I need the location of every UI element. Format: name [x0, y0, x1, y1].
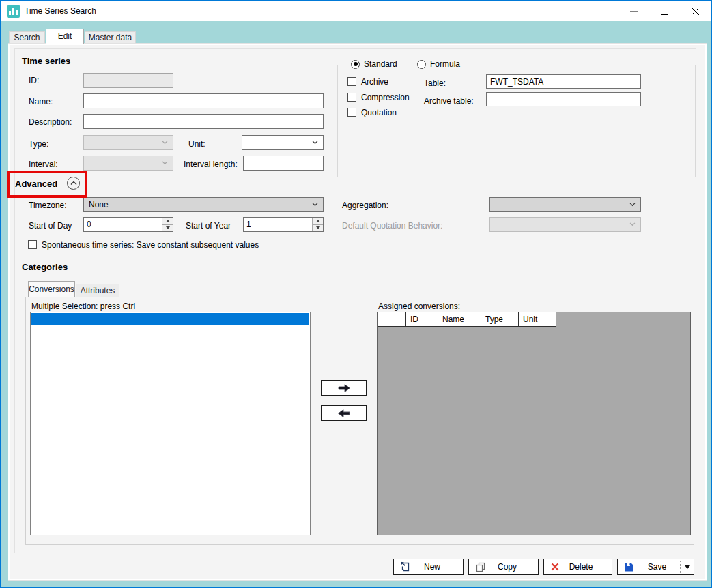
triangle-down-icon [166, 226, 170, 229]
grid-header-selector [378, 312, 406, 327]
app-icon [7, 5, 20, 18]
archive-checkbox[interactable] [347, 77, 356, 86]
spin-up-button[interactable] [313, 218, 323, 224]
copy-button-label: Copy [486, 562, 528, 572]
save-button-label: Save [634, 562, 680, 572]
chevron-down-icon [629, 203, 636, 207]
quotation-label: Quotation [361, 108, 397, 117]
close-button[interactable] [680, 1, 711, 21]
tab-conversions[interactable]: Conversions [28, 281, 75, 297]
delete-button[interactable]: Delete [543, 559, 612, 575]
table-label: Table: [424, 78, 446, 88]
start-of-year-field[interactable] [244, 218, 312, 231]
multiple-selection-hint: Multiple Selection: press Ctrl [31, 302, 135, 311]
radio-standard-label: Standard [364, 59, 397, 69]
new-document-icon [400, 561, 411, 572]
triangle-up-icon [316, 220, 320, 222]
start-of-year-stepper[interactable] [243, 217, 324, 232]
radio-standard-icon [351, 60, 360, 69]
interval-label: Interval: [29, 160, 58, 169]
name-field[interactable] [83, 93, 324, 108]
archive-table-field[interactable] [486, 92, 641, 106]
new-button[interactable]: New [393, 559, 464, 575]
chevron-down-icon [162, 141, 168, 145]
tab-edit[interactable]: Edit [46, 29, 84, 44]
grid-header-name: Name [438, 312, 481, 327]
arrow-left-icon [337, 409, 352, 418]
id-field [83, 73, 173, 88]
triangle-down-icon [316, 226, 320, 229]
time-series-heading: Time series [22, 56, 70, 66]
assigned-conversions-grid[interactable]: ID Name Type Unit [377, 312, 691, 535]
radio-standard[interactable]: Standard [347, 59, 401, 69]
dropdown-triangle-icon [685, 565, 690, 569]
spin-up-button[interactable] [162, 218, 173, 224]
start-of-year-spin-buttons [312, 218, 323, 231]
aggregation-label: Aggregation: [342, 201, 388, 210]
spin-down-button[interactable] [162, 224, 173, 232]
grid-header-id: ID [406, 312, 438, 327]
table-field[interactable] [486, 74, 641, 89]
timezone-value: None [89, 200, 312, 209]
tab-attributes[interactable]: Attributes [76, 284, 119, 297]
tab-search[interactable]: Search [9, 31, 45, 44]
maximize-button[interactable] [649, 1, 680, 21]
type-dropdown [83, 135, 173, 150]
save-button[interactable]: Save [617, 559, 694, 575]
edit-tab-page: Time series ID: Name: Description: Type:… [8, 44, 707, 580]
copy-button[interactable]: Copy [468, 559, 539, 575]
conversions-listbox[interactable] [30, 312, 311, 535]
quotation-checkbox[interactable] [347, 108, 356, 117]
default-quotation-label: Default Quotation Behavior: [342, 221, 442, 231]
radio-formula-label: Formula [430, 59, 460, 69]
triangle-up-icon [166, 220, 170, 222]
save-dropdown-button[interactable] [681, 565, 694, 569]
start-of-day-spin-buttons [162, 218, 173, 231]
compression-label: Compression [361, 93, 410, 102]
start-of-day-label: Start of Day [29, 221, 72, 231]
selected-list-item[interactable] [31, 313, 309, 325]
window-title: Time Series Search [25, 1, 96, 21]
spin-down-button[interactable] [313, 224, 323, 232]
chevron-down-icon [162, 161, 168, 165]
timezone-label: Timezone: [29, 201, 67, 210]
start-of-day-field[interactable] [84, 218, 162, 231]
new-button-label: New [411, 562, 453, 572]
radio-formula-icon [417, 60, 426, 69]
save-floppy-icon [624, 562, 634, 572]
chevron-down-icon [629, 222, 636, 226]
archive-label: Archive [361, 77, 388, 87]
window-controls [618, 1, 711, 21]
radio-formula[interactable]: Formula [414, 59, 464, 69]
minimize-button[interactable] [618, 1, 649, 21]
unit-label: Unit: [188, 139, 205, 149]
interval-length-label: Interval length: [184, 160, 238, 169]
spontaneous-label: Spontaneous time series: Save constant s… [42, 240, 259, 250]
interval-length-field[interactable] [243, 156, 324, 171]
start-of-year-label: Start of Year [186, 221, 231, 231]
tab-master-data[interactable]: Master data [85, 31, 136, 44]
interval-dropdown [83, 156, 173, 171]
title-bar: Time Series Search [1, 1, 711, 21]
spontaneous-checkbox[interactable] [28, 240, 37, 249]
description-label: Description: [29, 117, 72, 127]
chevron-down-icon [312, 203, 318, 207]
remove-conversion-button[interactable] [321, 405, 367, 421]
delete-button-label: Delete [560, 562, 602, 572]
chevron-down-icon [312, 141, 318, 145]
aggregation-dropdown[interactable] [489, 197, 641, 212]
chevron-up-icon [70, 181, 77, 186]
start-of-day-stepper[interactable] [83, 217, 173, 232]
categories-heading: Categories [22, 262, 68, 272]
advanced-collapse-toggle[interactable] [67, 177, 80, 190]
assign-conversion-button[interactable] [321, 380, 367, 396]
compression-checkbox[interactable] [347, 93, 356, 102]
arrow-right-icon [337, 383, 352, 393]
unit-dropdown[interactable] [242, 135, 324, 150]
advanced-heading: Advanced [15, 179, 57, 189]
assigned-conversions-label: Assigned conversions: [378, 302, 460, 311]
grid-header-unit: Unit [519, 312, 556, 327]
description-field[interactable] [83, 114, 324, 129]
timezone-dropdown[interactable]: None [83, 197, 324, 212]
grid-header-row: ID Name Type Unit [378, 312, 556, 327]
